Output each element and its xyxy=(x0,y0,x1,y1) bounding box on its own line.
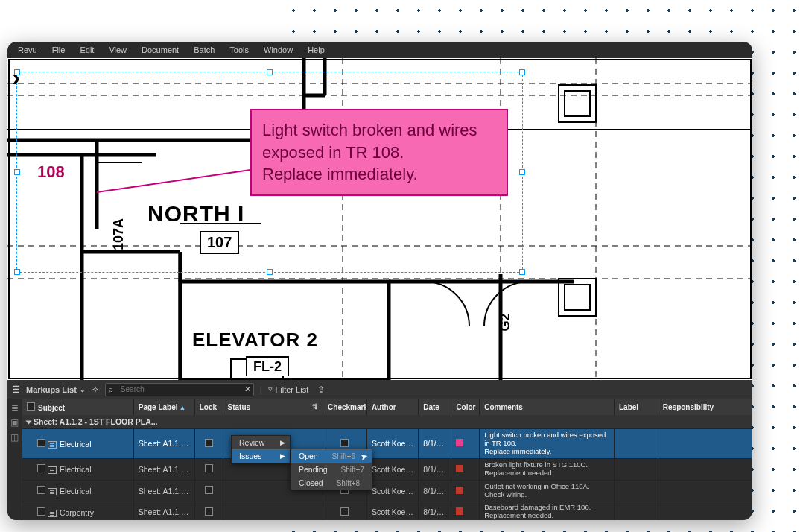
markups-grid[interactable]: Subject Page Label▲ Lock Status⇅ Checkma… xyxy=(22,399,752,520)
table-row[interactable]: ElectricalSheet: A1.1.2 - ...Scott Koeni… xyxy=(22,480,752,501)
col-color[interactable]: Color xyxy=(451,399,480,415)
ctx-item-issues[interactable]: Issues▶ xyxy=(232,449,290,463)
app-window: RevuFileEditViewDocumentBatchToolsWindow… xyxy=(7,42,752,520)
table-row[interactable]: CarpentrySheet: A1.1.2 - ...Scott Koenig… xyxy=(22,501,752,520)
expand-panel-chevron-icon[interactable]: › xyxy=(12,63,20,92)
ctx-sub-closed[interactable]: ClosedShift+8 xyxy=(291,476,372,490)
col-date[interactable]: Date xyxy=(419,399,451,415)
col-page[interactable]: Page Label▲ xyxy=(133,399,194,415)
menu-revu[interactable]: Revu xyxy=(12,43,43,57)
table-row[interactable]: ElectricalSheet: A1.1.2 - ...Scott Koeni… xyxy=(22,429,752,459)
menu-edit[interactable]: Edit xyxy=(74,43,100,57)
col-resp[interactable]: Responsibility xyxy=(658,399,752,415)
panel-side-tabs: ≣ ▣ ◫ xyxy=(7,399,22,520)
markup-type-icon xyxy=(48,488,57,495)
col-author[interactable]: Author xyxy=(366,399,418,415)
menu-help[interactable]: Help xyxy=(302,43,331,57)
col-label[interactable]: Label xyxy=(614,399,658,415)
search-wrap: ⌕ ✕ xyxy=(105,383,254,396)
label-fl2: FL-2 xyxy=(246,356,289,376)
panel-title[interactable]: Markups List ⌄ xyxy=(26,385,86,394)
visibility-icon[interactable]: ✧ xyxy=(92,384,99,395)
filter-icon: ▿ xyxy=(268,384,273,394)
col-subject[interactable]: Subject xyxy=(22,399,133,415)
col-comments[interactable]: Comments xyxy=(480,399,615,415)
ctx-item-review[interactable]: Review▶ xyxy=(232,436,290,449)
label-grid-g2: G2 xyxy=(498,313,513,331)
label-elevator: ELEVATOR 2 xyxy=(192,329,318,352)
callout-textbox[interactable]: Light switch broken and wires exposed in… xyxy=(250,109,508,196)
menu-batch[interactable]: Batch xyxy=(188,43,220,57)
clear-search-icon[interactable]: ✕ xyxy=(244,384,251,394)
document-canvas[interactable]: › 108 NORTH I ELEVATOR 2 107 107A G2 FL-… xyxy=(7,58,752,380)
markup-type-icon xyxy=(48,441,57,449)
col-status[interactable]: Status⇅ xyxy=(223,399,323,415)
menu-view[interactable]: View xyxy=(103,43,133,57)
markup-type-icon xyxy=(48,466,57,474)
group-row[interactable]: Sheet: A1.1.2 - 1ST FLOOR PLA... xyxy=(22,415,752,429)
search-icon: ⌕ xyxy=(108,384,113,393)
svg-rect-26 xyxy=(565,91,590,116)
side-tab-list-icon[interactable]: ≣ xyxy=(11,402,19,413)
side-tab-3d-icon[interactable]: ▣ xyxy=(10,417,19,428)
search-input[interactable] xyxy=(105,383,254,396)
svg-rect-28 xyxy=(565,285,590,310)
panel-toolbar: ☰ Markups List ⌄ ✧ ⌕ ✕ | ▿Filter List ⇪ xyxy=(7,380,752,399)
table-row[interactable]: ElectricalSheet: A1.1.2 - ...Scott Koeni… xyxy=(22,458,752,480)
ctx-sub-pending[interactable]: PendingShift+7 xyxy=(291,463,372,476)
grid-header-row: Subject Page Label▲ Lock Status⇅ Checkma… xyxy=(22,399,752,415)
side-tab-layers-icon[interactable]: ◫ xyxy=(10,432,19,443)
col-lock[interactable]: Lock xyxy=(194,399,223,415)
markups-panel: ☰ Markups List ⌄ ✧ ⌕ ✕ | ▿Filter List ⇪ … xyxy=(7,380,752,520)
markup-type-icon xyxy=(48,510,57,517)
filter-list-button[interactable]: ▿Filter List xyxy=(268,384,309,394)
export-icon[interactable]: ⇪ xyxy=(317,384,325,395)
status-context-menu[interactable]: Review▶Issues▶ xyxy=(231,435,291,463)
menubar: RevuFileEditViewDocumentBatchToolsWindow… xyxy=(7,42,752,58)
col-check[interactable]: Checkmark xyxy=(323,399,367,415)
menu-file[interactable]: File xyxy=(46,43,72,57)
menu-document[interactable]: Document xyxy=(136,43,185,57)
menu-window[interactable]: Window xyxy=(258,43,299,57)
menu-tools[interactable]: Tools xyxy=(223,43,255,57)
cloud-room-number: 108 xyxy=(37,162,65,182)
panel-menu-icon[interactable]: ☰ xyxy=(12,384,20,395)
